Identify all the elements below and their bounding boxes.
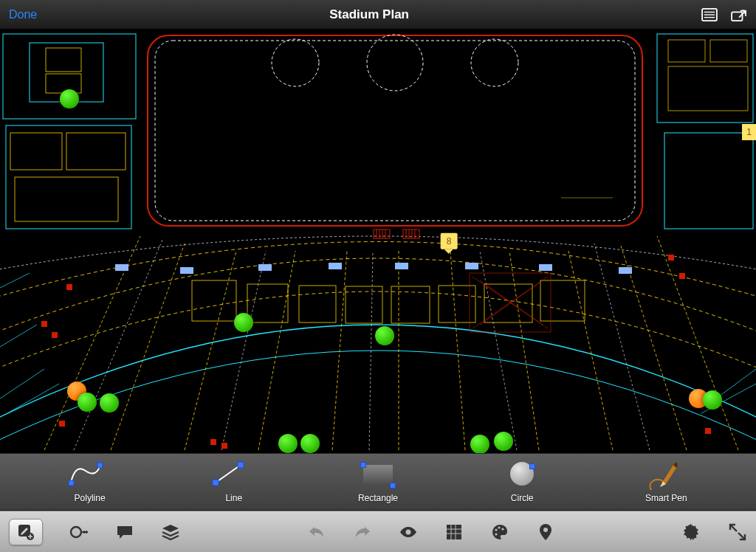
line-icon <box>212 460 256 490</box>
marker-green[interactable] <box>278 434 298 453</box>
svg-rect-86 <box>69 480 74 486</box>
done-button[interactable]: Done <box>9 8 37 21</box>
comment-icon[interactable] <box>115 522 134 542</box>
svg-point-104 <box>498 526 500 528</box>
measure-icon[interactable] <box>69 522 89 542</box>
svg-rect-42 <box>346 286 382 323</box>
svg-rect-66 <box>395 263 408 269</box>
polyline-icon <box>68 460 112 490</box>
marker-green[interactable] <box>494 432 513 451</box>
tool-smart-pen[interactable]: Smart Pen <box>644 460 688 503</box>
svg-line-22 <box>221 251 266 450</box>
svg-line-72 <box>0 325 37 347</box>
svg-rect-44 <box>439 286 475 322</box>
marker-green[interactable] <box>703 390 722 410</box>
pen-icon <box>644 460 688 490</box>
note-edge[interactable]: 1 <box>742 124 756 140</box>
svg-line-73 <box>0 273 30 288</box>
svg-rect-33 <box>15 177 118 221</box>
svg-line-21 <box>74 240 162 450</box>
svg-rect-43 <box>391 286 430 323</box>
drawing-tools-row: Polyline Line Rectangle Circle Smart Pen <box>0 453 756 511</box>
svg-rect-46 <box>540 280 585 321</box>
svg-line-17 <box>509 251 539 450</box>
fullscreen-icon[interactable] <box>728 522 747 542</box>
svg-rect-81 <box>679 273 685 279</box>
bottom-action-bar <box>0 511 756 552</box>
svg-rect-90 <box>238 462 244 468</box>
svg-line-24 <box>480 251 517 450</box>
tool-polyline[interactable]: Polyline <box>68 460 112 503</box>
marker-green[interactable] <box>100 393 119 413</box>
svg-point-107 <box>543 528 548 532</box>
list-view-icon[interactable] <box>701 8 718 21</box>
svg-rect-77 <box>52 332 58 338</box>
svg-rect-36 <box>668 40 705 62</box>
svg-rect-41 <box>299 286 336 322</box>
tool-line[interactable]: Line <box>212 460 256 503</box>
marker-green[interactable] <box>300 434 320 453</box>
settings-gear-icon[interactable] <box>682 522 701 542</box>
svg-rect-63 <box>180 267 193 274</box>
marker-green[interactable] <box>234 313 253 332</box>
marker-green[interactable] <box>60 89 79 108</box>
page-title: Stadium Plan <box>329 7 409 22</box>
drawing-canvas[interactable]: 8 1 <box>0 30 756 453</box>
svg-rect-87 <box>97 463 103 468</box>
svg-point-8 <box>367 35 423 91</box>
svg-line-20 <box>657 236 738 450</box>
svg-rect-76 <box>41 321 47 327</box>
layers-icon[interactable] <box>161 522 180 542</box>
svg-rect-39 <box>192 280 236 321</box>
svg-rect-5 <box>148 35 642 226</box>
svg-rect-89 <box>213 480 219 486</box>
svg-rect-82 <box>705 428 711 434</box>
annotate-button[interactable] <box>9 519 43 545</box>
tool-label: Line <box>225 493 242 503</box>
svg-rect-31 <box>10 133 62 170</box>
grid-icon[interactable] <box>444 522 464 542</box>
svg-line-16 <box>450 251 465 450</box>
svg-rect-29 <box>46 48 81 72</box>
svg-line-25 <box>594 244 650 450</box>
undo-icon[interactable] <box>307 522 326 542</box>
svg-line-14 <box>332 251 347 450</box>
svg-rect-83 <box>210 439 216 445</box>
tool-label: Rectangle <box>358 493 398 503</box>
svg-rect-35 <box>664 133 753 229</box>
note-badge[interactable]: 8 <box>441 233 458 249</box>
svg-point-93 <box>71 527 81 537</box>
svg-rect-65 <box>329 263 342 269</box>
svg-rect-98 <box>447 525 461 539</box>
svg-rect-64 <box>258 264 272 271</box>
svg-rect-84 <box>221 443 227 449</box>
svg-rect-67 <box>465 263 478 269</box>
svg-line-18 <box>568 251 613 450</box>
svg-rect-57 <box>403 230 419 238</box>
redo-icon[interactable] <box>353 522 372 542</box>
svg-rect-6 <box>155 41 635 221</box>
marker-green[interactable] <box>375 326 394 345</box>
svg-point-103 <box>495 528 497 531</box>
tool-circle[interactable]: Circle <box>500 460 544 503</box>
svg-point-9 <box>471 39 518 86</box>
svg-line-70 <box>0 369 44 399</box>
svg-line-12 <box>185 251 236 450</box>
svg-point-97 <box>406 529 411 534</box>
marker-green[interactable] <box>78 393 97 412</box>
visibility-icon[interactable] <box>399 522 418 542</box>
marker-green[interactable] <box>470 435 489 453</box>
location-pin-icon[interactable] <box>536 522 555 542</box>
svg-rect-38 <box>668 66 748 111</box>
svg-line-13 <box>258 251 295 450</box>
tool-label: Circle <box>511 493 534 503</box>
svg-rect-40 <box>247 284 288 322</box>
svg-rect-68 <box>539 264 552 271</box>
svg-rect-78 <box>66 284 72 290</box>
pencil-plus-icon <box>18 524 34 540</box>
tool-rectangle[interactable]: Rectangle <box>356 460 400 503</box>
share-icon[interactable] <box>731 8 747 21</box>
svg-line-88 <box>216 465 241 483</box>
palette-icon[interactable] <box>490 522 509 542</box>
svg-point-105 <box>501 528 504 530</box>
